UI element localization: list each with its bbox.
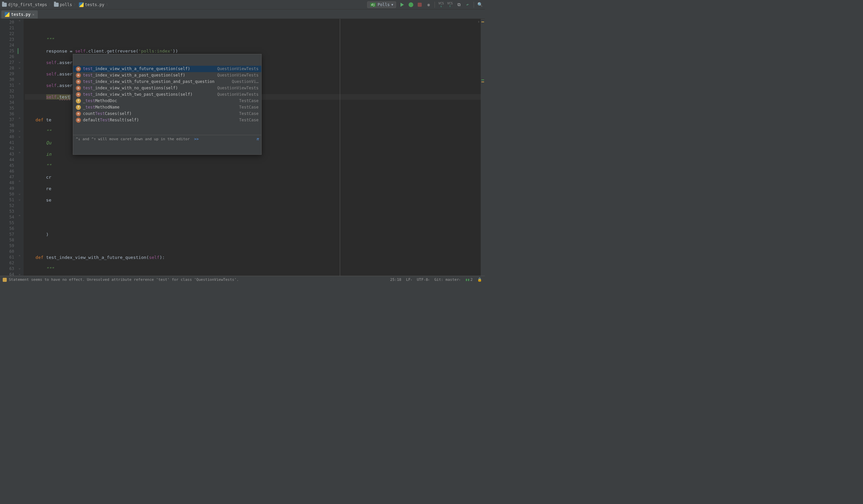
status-line-separator[interactable]: LF⇡ [406, 277, 412, 282]
fold-toggle[interactable]: ⌄ [18, 60, 21, 63]
fold-toggle[interactable]: ⌃ [18, 83, 21, 86]
line-number[interactable]: 32 [0, 88, 14, 94]
debug-button[interactable] [408, 2, 414, 8]
completion-hint-link[interactable]: >> [194, 137, 199, 141]
line-number[interactable]: 24 [0, 42, 14, 48]
status-git-branch[interactable]: Git: master⇡ [434, 277, 461, 282]
line-number[interactable]: 40 [0, 134, 14, 140]
line-number[interactable]: 38 [0, 123, 14, 128]
line-number[interactable]: 29 [0, 71, 14, 77]
completion-item[interactable]: mtest_index_view_with_no_questions(self)… [73, 85, 261, 91]
fold-toggle[interactable]: ⌃ [18, 151, 21, 155]
line-number[interactable]: 31 [0, 83, 14, 88]
line-number[interactable]: 20 [0, 20, 14, 25]
completion-item-origin: QuestionViewTests [217, 85, 259, 91]
line-number[interactable]: 63 [0, 266, 14, 272]
line-number[interactable]: 28 [0, 65, 14, 71]
line-number[interactable]: 55 [0, 220, 14, 226]
pi-icon[interactable]: π [256, 136, 259, 142]
line-number[interactable]: 39 [0, 128, 14, 134]
warning-icon[interactable] [3, 278, 7, 282]
line-number[interactable]: 44 [0, 157, 14, 163]
revert-button[interactable]: ↶ [465, 2, 470, 8]
line-number[interactable]: 21 [0, 25, 14, 31]
line-number[interactable]: 64 [0, 272, 14, 277]
fold-toggle[interactable]: ⌄ [18, 197, 21, 201]
fold-gutter[interactable]: ⌃⌄⌄⌃⌃⌄⌄⌃⌃⌄⌄⌃⌃⌄⌄ [17, 19, 24, 276]
completion-item[interactable]: mtest_index_view_with_future_question_an… [73, 78, 261, 85]
fold-toggle[interactable]: ⌄ [18, 272, 21, 275]
status-notifications[interactable]: ▮▮2 [465, 277, 473, 282]
vcs-commit-button[interactable]: VCS↑ [447, 2, 453, 8]
line-number[interactable]: 23 [0, 37, 14, 42]
line-number[interactable]: 61 [0, 254, 14, 260]
line-number[interactable]: 48 [0, 180, 14, 186]
line-number[interactable]: 42 [0, 146, 14, 151]
line-number[interactable]: 41 [0, 140, 14, 146]
line-number[interactable]: 54 [0, 214, 14, 220]
search-everywhere-button[interactable]: 🔍 [477, 2, 483, 8]
fold-toggle[interactable]: ⌃ [18, 180, 21, 184]
fold-toggle[interactable]: ⌄ [18, 134, 21, 138]
status-caret-position[interactable]: 25:18 [390, 277, 401, 282]
line-number[interactable]: 51 [0, 197, 14, 203]
line-number-gutter[interactable]: 2021222324252627282930313233343536373839… [0, 19, 17, 276]
fold-toggle[interactable]: ⌄ [18, 191, 21, 195]
fold-toggle[interactable]: ⌄ [18, 128, 21, 132]
line-number[interactable]: 58 [0, 237, 14, 243]
vcs-update-button[interactable]: VCS↓ [438, 2, 443, 8]
line-number[interactable]: 35 [0, 105, 14, 111]
line-number[interactable]: 26 [0, 54, 14, 60]
fold-toggle[interactable]: ⌃ [18, 117, 21, 121]
line-number[interactable]: 34 [0, 100, 14, 105]
line-number[interactable]: 43 [0, 151, 14, 157]
line-number[interactable]: 62 [0, 260, 14, 266]
line-number[interactable]: 22 [0, 31, 14, 37]
completion-item[interactable]: mdefaultTestResult(self)TestCase [73, 117, 261, 123]
close-icon[interactable]: × [32, 12, 35, 17]
run-configuration-selector[interactable]: dj Polls ▼ [367, 1, 396, 8]
line-number[interactable]: 47 [0, 174, 14, 180]
completion-item-label: _testMethodDoc [83, 98, 117, 104]
line-number[interactable]: 25 [0, 48, 14, 54]
completion-item[interactable]: mtest_index_view_with_two_past_questions… [73, 91, 261, 98]
profiler-button[interactable]: ◉ [426, 2, 431, 8]
line-number[interactable]: 57 [0, 231, 14, 237]
status-encoding[interactable]: UTF-8⇡ [417, 277, 429, 282]
fold-toggle[interactable]: ⌃ [18, 214, 21, 218]
tab-tests-py[interactable]: tests.py × [1, 11, 38, 18]
fold-toggle[interactable]: ⌃ [18, 254, 21, 258]
line-number[interactable]: 46 [0, 168, 14, 174]
run-with-coverage-button[interactable] [417, 2, 422, 8]
code-editor[interactable]: ⇕ """ response = self.client.get(reverse… [24, 19, 481, 276]
line-number[interactable]: 60 [0, 249, 14, 254]
code-completion-popup[interactable]: mtest_index_view_with_a_future_question(… [73, 54, 262, 155]
completion-item[interactable]: f_testMethodDocTestCase [73, 98, 261, 104]
line-number[interactable]: 37 [0, 117, 14, 123]
line-number[interactable]: 59 [0, 243, 14, 249]
completion-item[interactable]: mcountTestCases(self)TestCase [73, 111, 261, 117]
run-button[interactable] [399, 2, 405, 8]
completion-item[interactable]: mtest_index_view_with_a_past_question(se… [73, 72, 261, 78]
error-stripe[interactable] [481, 19, 485, 276]
breadcrumb-folder[interactable]: polls [54, 2, 72, 7]
fold-toggle[interactable]: ⌄ [18, 266, 21, 270]
line-number[interactable]: 30 [0, 77, 14, 83]
completion-item[interactable]: mtest_index_view_with_a_future_question(… [73, 66, 261, 72]
line-number[interactable]: 53 [0, 209, 14, 214]
lock-icon[interactable]: 🔒 [477, 277, 482, 282]
line-number[interactable]: 50 [0, 191, 14, 197]
breadcrumb-file[interactable]: tests.py [79, 2, 104, 7]
line-number[interactable]: 27 [0, 60, 14, 65]
completion-item[interactable]: f_testMethodNameTestCase [73, 104, 261, 111]
line-number[interactable]: 56 [0, 226, 14, 231]
fold-toggle[interactable]: ⌃ [18, 20, 21, 23]
line-number[interactable]: 33 [0, 94, 14, 100]
fold-toggle[interactable]: ⌄ [18, 65, 21, 69]
line-number[interactable]: 52 [0, 203, 14, 209]
line-number[interactable]: 45 [0, 163, 14, 168]
vcs-history-button[interactable]: ⧉ [456, 2, 462, 8]
breadcrumb-root[interactable]: djtp_first_steps [2, 2, 47, 7]
line-number[interactable]: 49 [0, 186, 14, 191]
line-number[interactable]: 36 [0, 111, 14, 117]
